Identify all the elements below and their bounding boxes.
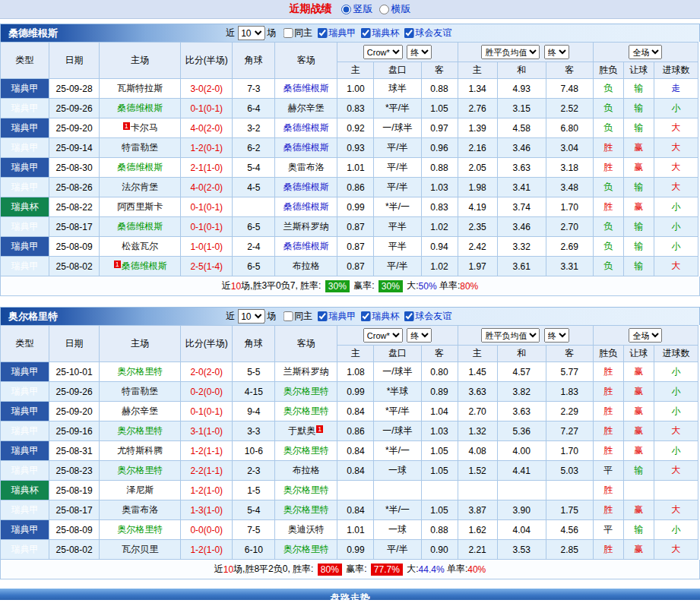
away-team-cell: 奥尔格里特 [275, 441, 337, 461]
match-count-select[interactable]: 10 [237, 26, 264, 40]
team-name[interactable]: 桑德维根斯 [283, 201, 329, 212]
scope-select[interactable]: 全场 [629, 328, 662, 343]
handicap-state-select[interactable]: 终 [407, 328, 432, 343]
filter-checkbox[interactable] [404, 311, 413, 321]
league-type-cell: 瑞典甲 [1, 237, 49, 257]
team-name[interactable]: 特雷勒堡 [122, 142, 158, 153]
filter-option[interactable]: 瑞典杯 [356, 27, 399, 39]
team-name[interactable]: 奥尔格里特 [283, 504, 329, 515]
handicap-state-select[interactable]: 终 [407, 45, 432, 59]
team-name[interactable]: 桑德维根斯 [117, 221, 163, 232]
odds-average-select[interactable]: 胜平负均值 [481, 328, 540, 343]
team-name[interactable]: 法尔肯堡 [122, 182, 158, 192]
team-name[interactable]: 赫尔辛堡 [122, 406, 158, 416]
vertical-view-radio[interactable] [341, 5, 351, 14]
goals-result-text: 大 [671, 504, 680, 515]
team-name[interactable]: 奥雷布洛 [122, 504, 158, 515]
team-name[interactable]: 奥尔格里特 [117, 425, 163, 436]
team-name[interactable]: 兰斯科罗纳 [283, 366, 329, 377]
filter-label: 瑞典杯 [372, 310, 399, 323]
team-name[interactable]: 奥尔格里特 [117, 465, 163, 475]
filter-option[interactable]: 瑞典甲 [312, 310, 356, 323]
filter-checkbox[interactable] [360, 28, 370, 38]
handicap-result-cell: 输 [623, 217, 654, 237]
filter-option[interactable]: 球会友谊 [399, 27, 451, 39]
team-name[interactable]: 泽尼斯 [126, 485, 154, 495]
view-option-horizontal[interactable]: 横版 [379, 2, 411, 16]
europe-state-select[interactable]: 终 [544, 328, 569, 343]
team-name[interactable]: 瓦斯特拉斯 [117, 83, 163, 93]
filter-checkbox[interactable] [317, 28, 327, 38]
summary-text: 大: [404, 563, 419, 576]
team-name[interactable]: 奥尔格里特 [117, 524, 163, 535]
lose-odds-cell: 7.27 [546, 421, 593, 441]
team-name[interactable]: 奥尔格里特 [283, 406, 329, 416]
team-name[interactable]: 尤特斯科腾 [117, 445, 163, 456]
corner-cell: 4-15 [233, 382, 275, 402]
team-name[interactable]: 桑德维根斯 [283, 182, 329, 192]
filter-checkbox[interactable] [360, 311, 370, 321]
team-name[interactable]: 奥迪沃特 [288, 524, 325, 535]
team-name[interactable]: 阿西里斯卡 [117, 201, 163, 212]
team-name[interactable]: 桑德维根斯 [283, 241, 329, 251]
team-name[interactable]: 奥尔格里特 [283, 544, 329, 554]
team-name[interactable]: 奥尔格里特 [283, 485, 329, 495]
home-team-cell: 法尔肯堡 [100, 178, 181, 197]
team-name[interactable]: 松兹瓦尔 [122, 241, 158, 251]
lose-odds-cell: 2.69 [546, 237, 593, 257]
team-name[interactable]: 赫尔辛堡 [288, 103, 325, 113]
away-handicap-odds-cell: 1.03 [421, 178, 458, 197]
team-name[interactable]: 桑德维根斯 [117, 162, 163, 172]
team-name[interactable]: 桑德维根斯 [117, 103, 163, 113]
col-home-odds: 主 [337, 346, 374, 362]
match-count-select[interactable]: 10 [237, 309, 264, 324]
team-name[interactable]: 桑德维根斯 [283, 122, 329, 133]
team-name[interactable]: 布拉格 [293, 260, 320, 271]
result-cell: 胜 [593, 158, 623, 178]
team-name[interactable]: 奥尔格里特 [283, 445, 329, 456]
filter-option[interactable]: 瑞典杯 [356, 310, 399, 323]
goals-result-cell: 走 [654, 79, 698, 99]
home-team-cell: 特雷勒堡 [100, 382, 181, 402]
team-name[interactable]: 布拉格 [293, 465, 320, 475]
filter-checkbox[interactable] [404, 28, 413, 38]
draw-odds-cell: 3.90 [497, 500, 546, 520]
horizontal-view-radio[interactable] [379, 5, 389, 14]
match-date-cell: 25-08-09 [49, 237, 100, 257]
team-name[interactable]: 奥雷布洛 [288, 162, 325, 172]
goals-result-text: 走 [671, 83, 680, 93]
bookmaker-select[interactable]: Crow* [363, 45, 403, 59]
filter-option[interactable]: 同主 [278, 310, 312, 323]
team-name[interactable]: 奥尔格里特 [283, 386, 329, 396]
filter-checkbox[interactable] [283, 28, 293, 38]
filter-option[interactable]: 瑞典甲 [312, 27, 356, 39]
team-name[interactable]: 于默奥 [288, 425, 315, 436]
col-type: 类型 [1, 43, 49, 79]
team-name[interactable]: 瓦尔贝里 [122, 544, 158, 554]
view-option-vertical[interactable]: 竖版 [341, 2, 373, 16]
team-name[interactable]: 兰斯科罗纳 [283, 221, 329, 232]
filter-option[interactable]: 球会友谊 [399, 310, 451, 323]
red-card-icon: 1 [114, 260, 121, 268]
team-name[interactable]: 桑德维根斯 [122, 260, 167, 271]
col-score: 比分(半场) [181, 326, 233, 362]
odds-average-select[interactable]: 胜平负均值 [481, 45, 540, 59]
filter-checkbox[interactable] [317, 311, 327, 321]
result-scope-group: 全场 [593, 326, 698, 346]
team-name[interactable]: 桑德维根斯 [283, 83, 329, 93]
team-name[interactable]: 奥尔格里特 [117, 366, 163, 377]
handicap-result-cell: 输 [623, 237, 654, 257]
summary-text: 近 [222, 279, 231, 292]
europe-state-select[interactable]: 终 [544, 45, 569, 59]
win-odds-cell: 3.63 [458, 382, 497, 402]
filter-option[interactable]: 同主 [278, 27, 312, 39]
recent-label: 近 [226, 27, 235, 39]
draw-odds-cell: 3.74 [497, 197, 546, 217]
bookmaker-select[interactable]: Crow* [363, 328, 403, 343]
summary-text: 50% [419, 281, 437, 292]
filter-checkbox[interactable] [283, 311, 293, 321]
team-name[interactable]: 卡尔马 [131, 122, 158, 133]
team-name[interactable]: 桑德维根斯 [283, 142, 329, 153]
team-name[interactable]: 特雷勒堡 [122, 386, 158, 396]
scope-select[interactable]: 全场 [629, 45, 662, 59]
